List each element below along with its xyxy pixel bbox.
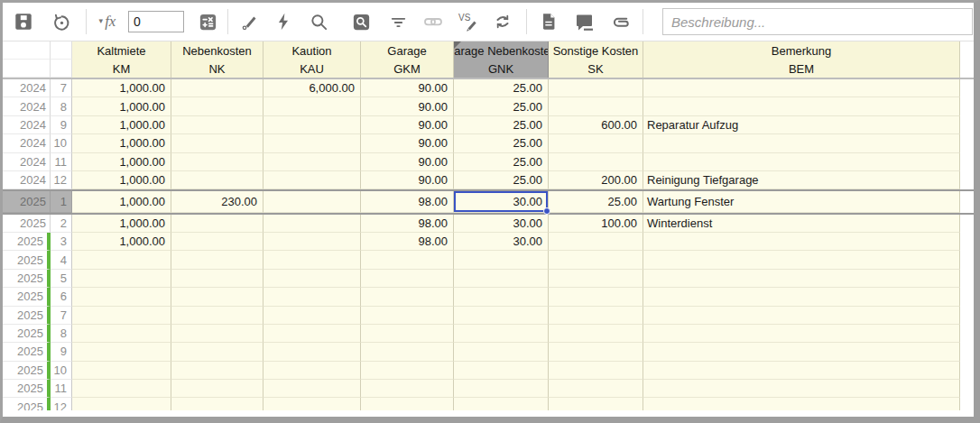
row-header-year[interactable]: 2024	[3, 153, 51, 171]
cell-garage[interactable]: 90.00	[361, 79, 454, 97]
cell-nebenkosten[interactable]	[171, 215, 263, 233]
cell-garage[interactable]: 98.00	[361, 191, 454, 212]
cell-sonstige-kosten[interactable]: 100.00	[549, 215, 643, 233]
cell-bemerkung[interactable]	[643, 97, 960, 115]
row-header-month[interactable]: 3	[51, 233, 72, 251]
row-header-year[interactable]: 2024	[3, 79, 51, 97]
column-code-nk[interactable]: NK	[171, 60, 263, 78]
cell-sonstige-kosten[interactable]	[549, 380, 643, 398]
cell-kaltmiete[interactable]	[72, 307, 171, 325]
cell-bemerkung[interactable]	[643, 233, 960, 251]
cell-kaltmiete[interactable]: 1,000.00	[72, 134, 171, 152]
cell-garage[interactable]: 98.00	[361, 233, 454, 251]
cell-kaution[interactable]	[263, 134, 361, 152]
cell-nebenkosten[interactable]	[171, 97, 263, 115]
cell-sonstige-kosten[interactable]	[549, 251, 643, 269]
search-button[interactable]	[307, 10, 330, 33]
row-header-year[interactable]: 2025	[3, 251, 51, 269]
cell-garage[interactable]	[361, 270, 454, 288]
column-header-bemerkung[interactable]: Bemerkung	[643, 41, 960, 60]
cell-kaltmiete[interactable]: 1,000.00	[72, 97, 171, 115]
cell-bemerkung[interactable]	[643, 307, 960, 325]
undo-history-button[interactable]	[50, 10, 73, 33]
cell-garage[interactable]: 90.00	[361, 116, 454, 134]
cell-kaution[interactable]	[263, 215, 361, 233]
description-input[interactable]	[662, 8, 973, 35]
cell-nebenkosten[interactable]	[171, 325, 263, 343]
cell-sonstige-kosten[interactable]	[549, 97, 643, 115]
cell-garage[interactable]: 98.00	[361, 215, 454, 233]
cell-nebenkosten[interactable]	[171, 153, 263, 171]
cell-garage-nebenkosten[interactable]	[454, 288, 549, 306]
cell-bemerkung[interactable]	[643, 380, 960, 398]
cell-nebenkosten[interactable]	[171, 171, 263, 189]
column-code-bem[interactable]: BEM	[643, 60, 960, 78]
row-header-year[interactable]: 2025	[3, 215, 51, 233]
cell-garage[interactable]	[361, 325, 454, 343]
cell-garage[interactable]: 90.00	[361, 134, 454, 152]
cell-garage-nebenkosten[interactable]	[454, 270, 549, 288]
row-header-month[interactable]: 9	[51, 116, 72, 134]
row-header-year[interactable]: 2025	[3, 307, 51, 325]
value-input[interactable]	[128, 11, 184, 32]
row-header-month[interactable]: 12	[51, 398, 72, 410]
cell-bemerkung[interactable]: Reparatur Aufzug	[643, 116, 960, 134]
cell-nebenkosten[interactable]	[171, 288, 263, 306]
column-code-sk[interactable]: SK	[549, 60, 643, 78]
lightning-button[interactable]	[272, 10, 295, 33]
cell-kaltmiete[interactable]	[72, 362, 171, 380]
cell-nebenkosten[interactable]	[171, 398, 263, 410]
cell-kaution[interactable]	[263, 116, 361, 134]
cell-bemerkung[interactable]: Reinigung Tiefgarage	[643, 171, 960, 189]
row-header-month[interactable]: 12	[51, 171, 72, 189]
brush-button[interactable]	[237, 10, 261, 33]
cell-bemerkung[interactable]	[643, 325, 960, 343]
cell-kaltmiete[interactable]: 1,000.00	[72, 116, 171, 134]
cell-garage-nebenkosten[interactable]	[454, 362, 549, 380]
row-header-month[interactable]: 10	[51, 134, 72, 152]
cell-kaltmiete[interactable]: 1,000.00	[72, 171, 171, 189]
cell-garage[interactable]	[361, 362, 454, 380]
cell-nebenkosten[interactable]	[171, 307, 263, 325]
cell-nebenkosten[interactable]	[171, 362, 263, 380]
column-header-sonstige-kosten[interactable]: Sonstige Kosten	[549, 41, 643, 60]
cell-garage[interactable]: 90.00	[361, 153, 454, 171]
filter-button[interactable]	[386, 10, 410, 33]
cell-nebenkosten[interactable]	[171, 270, 263, 288]
column-header-kaution[interactable]: Kaution	[263, 41, 361, 60]
row-header-month[interactable]: 5	[51, 270, 72, 288]
cell-nebenkosten[interactable]	[171, 380, 263, 398]
cell-sonstige-kosten[interactable]	[549, 153, 643, 171]
cell-nebenkosten[interactable]	[171, 233, 263, 251]
cell-nebenkosten[interactable]	[171, 116, 263, 134]
cell-sonstige-kosten[interactable]	[549, 343, 643, 361]
cell-kaltmiete[interactable]	[72, 270, 171, 288]
cell-garage[interactable]	[361, 288, 454, 306]
vs-edit-button[interactable]: VS	[455, 10, 482, 33]
cell-sonstige-kosten[interactable]	[549, 307, 643, 325]
formula-button[interactable]: ▾fx	[92, 10, 123, 33]
cell-bemerkung[interactable]	[643, 251, 960, 269]
cell-garage-nebenkosten[interactable]	[454, 343, 549, 361]
cell-kaltmiete[interactable]	[72, 288, 171, 306]
cell-kaution[interactable]	[263, 380, 361, 398]
cell-garage[interactable]	[361, 307, 454, 325]
cell-kaltmiete[interactable]	[72, 343, 171, 361]
row-header-year[interactable]: 2025	[3, 191, 51, 212]
cell-kaution[interactable]	[263, 288, 361, 306]
cell-kaution[interactable]	[263, 251, 361, 269]
cell-garage[interactable]	[361, 398, 454, 410]
cell-kaltmiete[interactable]	[72, 398, 171, 410]
cell-kaution[interactable]	[263, 233, 361, 251]
row-header-year[interactable]: 2025	[3, 380, 51, 398]
column-code-gkm[interactable]: GKM	[361, 60, 454, 78]
row-header-month[interactable]: 1	[51, 191, 72, 212]
cell-kaution[interactable]	[263, 171, 361, 189]
cell-garage-nebenkosten[interactable]: 25.00	[454, 116, 549, 134]
cell-kaution[interactable]	[263, 398, 361, 410]
cell-kaution[interactable]	[263, 153, 361, 171]
cell-garage-nebenkosten[interactable]	[454, 251, 549, 269]
cell-kaution[interactable]	[263, 307, 361, 325]
column-code-km[interactable]: KM	[72, 60, 171, 78]
row-header-month[interactable]: 10	[51, 362, 72, 380]
